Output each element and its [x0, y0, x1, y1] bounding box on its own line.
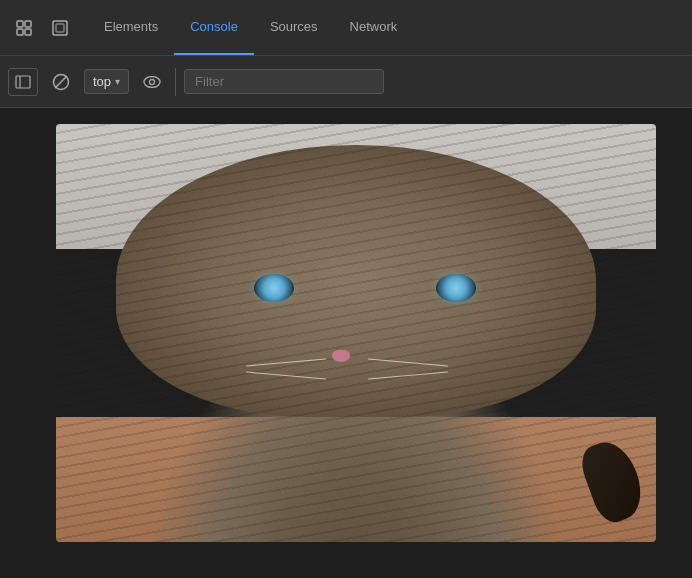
filter-input[interactable] [184, 69, 384, 94]
inspect-element-button[interactable] [44, 12, 76, 44]
sidebar-toggle-button[interactable] [8, 68, 38, 96]
tab-sources[interactable]: Sources [254, 0, 334, 55]
cursor-select-button[interactable] [8, 12, 40, 44]
svg-rect-2 [17, 29, 23, 35]
chevron-down-icon: ▾ [115, 76, 120, 87]
tab-console[interactable]: Console [174, 0, 254, 55]
clear-console-button[interactable] [46, 68, 76, 96]
svg-rect-1 [25, 21, 31, 27]
svg-rect-0 [17, 21, 23, 27]
eye-button[interactable] [137, 68, 167, 96]
svg-point-11 [150, 79, 155, 84]
tab-elements[interactable]: Elements [88, 0, 174, 55]
svg-rect-3 [25, 29, 31, 35]
toolbar-icons [8, 12, 76, 44]
devtools-toolbar: Elements Console Sources Network [0, 0, 692, 56]
svg-rect-4 [53, 21, 67, 35]
kitten-image [56, 124, 656, 542]
tab-network[interactable]: Network [334, 0, 414, 55]
fur-overlay [56, 124, 656, 542]
cat-nose [332, 350, 350, 362]
console-content [0, 108, 692, 578]
toolbar-divider [175, 68, 176, 96]
svg-line-9 [55, 76, 67, 88]
context-label: top [93, 74, 111, 89]
tab-bar: Elements Console Sources Network [88, 0, 684, 55]
svg-rect-6 [16, 76, 30, 88]
context-selector[interactable]: top ▾ [84, 69, 129, 94]
svg-rect-5 [56, 24, 64, 32]
console-toolbar: top ▾ [0, 56, 692, 108]
svg-point-10 [144, 76, 160, 87]
